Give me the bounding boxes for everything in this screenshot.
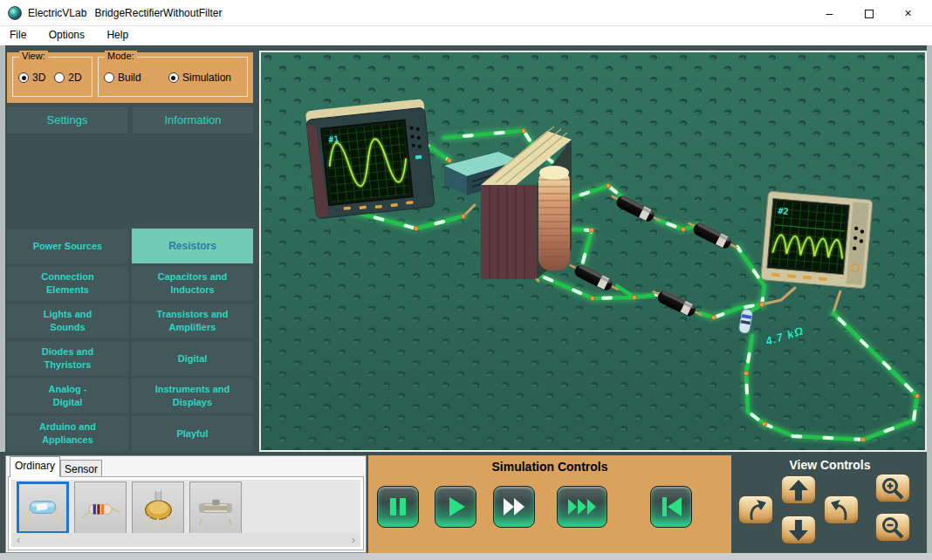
resistor-blue-icon [21,486,65,529]
skip-to-start-icon [658,494,684,520]
scope1-channel-label: #1 [328,134,339,145]
window-title: ElectricVLabBridgeRectifierWithoutFilter [28,0,230,26]
view-mode-panel: View: 3D 2D Mode: Build Simulation [7,52,253,103]
menubar: File Options Help [0,26,932,45]
radio-2d[interactable]: 2D [54,72,81,84]
category-lights-sounds[interactable]: Lights and Sounds [7,304,128,338]
category-instruments-displays[interactable]: Instruments and Displays [132,379,253,413]
view-controls-title: View Controls [733,458,927,472]
simulation-controls-title: Simulation Controls [368,460,731,474]
zoom-in-button[interactable] [875,474,910,502]
category-resistors[interactable]: Resistors [132,229,253,263]
category-diodes-thyristors[interactable]: Diodes and Thyristors [7,341,128,376]
oscilloscope-2[interactable]: #2 [761,191,873,289]
resistor-tubular-icon [194,486,237,529]
potentiometer-icon [136,486,180,529]
zoom-in-icon [881,477,905,500]
category-grid: Power Sources Resistors Connection Eleme… [7,229,253,451]
category-connection-elements[interactable]: Connection Elements [7,266,128,301]
simulation-controls-panel: Simulation Controls [368,455,731,553]
parts-palette: Ordinary Sensor [5,455,367,553]
palette-body: ‹ › [8,476,364,550]
circuit-scene[interactable]: #1 [261,52,925,450]
oscilloscope-1[interactable]: #1 [305,99,435,219]
thumbnail-resistor-tubular[interactable] [189,481,242,534]
close-button[interactable]: × [888,0,928,26]
radio-circle-icon [168,72,179,83]
category-capacitors-inductors[interactable]: Capacitors and Inductors [132,266,253,301]
maximize-button[interactable] [849,0,888,26]
radio-simulation-label: Simulation [182,72,231,84]
radio-3d[interactable]: 3D [18,72,45,84]
category-analog-digital[interactable]: Analog - Digital [7,379,128,413]
resistor-banded-icon [79,486,122,529]
rotate-left-button[interactable] [738,495,773,524]
view-group: View: 3D 2D [12,57,93,97]
app-logo-icon [8,6,22,20]
scope2-channel-label: #2 [778,206,789,216]
category-power-sources[interactable]: Power Sources [7,229,128,263]
tab-ordinary[interactable]: Ordinary [10,456,60,477]
view-group-legend: View: [19,51,48,61]
titlebar: ElectricVLabBridgeRectifierWithoutFilter… [0,0,932,26]
skip-to-start-button[interactable] [650,486,692,528]
mode-group: Mode: Build Simulation [98,57,248,97]
radio-build-label: Build [118,72,141,84]
category-digital[interactable]: Digital [132,341,253,376]
pan-down-icon [786,519,811,542]
tab-sensor[interactable]: Sensor [60,460,102,477]
information-button[interactable]: Information [133,107,253,133]
pan-up-button[interactable] [781,475,816,504]
play-icon [442,494,469,520]
thumbnail-resistor-banded[interactable] [74,481,127,534]
radio-2d-label: 2D [68,72,81,84]
minimize-icon: – [826,6,833,20]
zoom-out-button[interactable] [875,513,910,542]
rotate-right-icon [829,499,853,522]
maximize-icon [865,10,874,18]
app-name: ElectricVLab [28,7,86,19]
thumbnail-strip [11,480,360,536]
menu-help[interactable]: Help [97,26,138,45]
thumbnail-potentiometer[interactable] [132,481,184,534]
app-window: ElectricVLabBridgeRectifierWithoutFilter… [0,0,932,560]
pan-up-icon [786,479,811,502]
thumbnail-scrollbar[interactable]: ‹ › [11,533,360,547]
zoom-out-icon [881,516,905,539]
pause-button[interactable] [377,486,419,528]
document-name: BridgeRectifierWithoutFilter [94,7,222,19]
scroll-right-icon[interactable]: › [352,533,355,546]
category-playful[interactable]: Playful [132,416,253,451]
minimize-button[interactable]: – [810,0,849,26]
settings-button[interactable]: Settings [7,107,127,133]
radio-simulation[interactable]: Simulation [168,72,231,84]
close-icon: × [904,6,911,20]
fast-forward-2x-button[interactable] [493,486,535,528]
thumbnail-resistor-blue[interactable] [17,481,69,534]
pause-icon [385,494,411,520]
menu-options[interactable]: Options [39,26,94,45]
radio-3d-label: 3D [32,72,45,84]
radio-build[interactable]: Build [104,72,141,84]
window-edge-bottom [0,553,932,560]
window-edge-left [0,45,5,452]
fast-forward-3x-button[interactable] [557,486,607,528]
pan-down-button[interactable] [781,516,816,544]
fast-forward-2x-icon [501,494,527,520]
rotate-left-icon [744,499,768,522]
radio-circle-icon [18,72,29,83]
category-arduino-appliances[interactable]: Arduino and Appliances [7,416,128,451]
viewport-3d[interactable]: #1 [259,51,927,452]
rotate-right-button[interactable] [824,495,859,524]
fast-forward-3x-icon [565,494,599,520]
window-edge-right [927,45,932,553]
scroll-left-icon[interactable]: ‹ [17,533,20,546]
menu-file[interactable]: File [0,26,36,45]
category-transistors-amplifiers[interactable]: Transistors and Amplifiers [132,304,253,338]
radio-circle-icon [104,72,114,83]
radio-circle-icon [54,72,65,83]
view-controls-panel: View Controls [733,455,927,553]
play-button[interactable] [435,486,476,528]
mode-group-legend: Mode: [105,51,137,61]
